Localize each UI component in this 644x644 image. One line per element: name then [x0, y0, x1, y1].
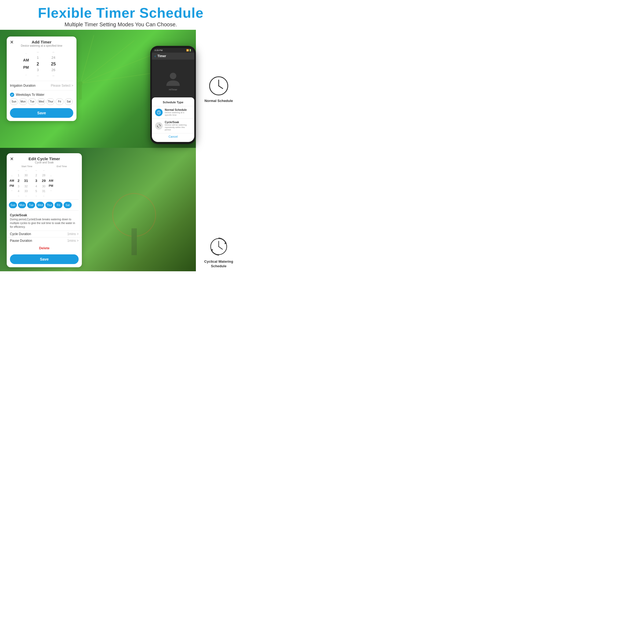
day-wed[interactable]: Wed	[37, 98, 45, 105]
svg-line-2	[81, 35, 94, 83]
normal-schedule-icon	[155, 109, 163, 116]
weekdays-label: Weekdays To Water	[16, 93, 45, 97]
bot-day-thur[interactable]: Thur	[45, 202, 53, 208]
hour-dots2: ··	[37, 73, 39, 79]
bottom-bg-photo: ✕ Edit Cycle Timer Cycle and Soak Start …	[0, 148, 196, 271]
cycle-soak-icon	[155, 122, 163, 130]
bot-day-tue[interactable]: Tue	[27, 202, 35, 208]
cycle-soak-desc: Device will be watering repeatedly withi…	[165, 124, 191, 131]
min-1: 24	[52, 55, 55, 61]
ampm-left-col: ·· AM PM ··	[9, 174, 15, 193]
day-fri[interactable]: Fri	[56, 98, 64, 105]
phone-content-area: HiTimer	[152, 60, 194, 103]
device-label: HiTimer	[169, 88, 177, 91]
normal-clock-icon	[208, 75, 229, 97]
bot-day-wed[interactable]: Wed	[36, 202, 44, 208]
edit-cycle-card: ✕ Edit Cycle Timer Cycle and Soak Start …	[7, 153, 82, 267]
normal-schedule-name: Normal Schedule	[165, 108, 191, 111]
bottom-close-button[interactable]: ✕	[10, 156, 13, 162]
card-header: ✕ Add Timer Device watering at a specifi…	[7, 36, 76, 48]
divider-bottom-2	[10, 210, 79, 211]
hour-1: 1	[37, 55, 39, 61]
days-row: Sun Mon Tue Wed Thur Fri Sat	[10, 98, 73, 105]
delete-button[interactable]: Delete	[7, 244, 82, 252]
cycle-soak-name: Cycle/Soak	[165, 121, 191, 124]
phone-body: 2:23 PM 📶🔋 ‹ Timer	[150, 46, 196, 144]
top-row: ✕ Add Timer Device watering at a specifi…	[0, 30, 241, 148]
popup-cancel[interactable]: Cancel	[152, 133, 194, 140]
check-circle	[10, 93, 14, 97]
min-dots2: ··	[52, 73, 54, 79]
ampm-pm: PM	[23, 64, 29, 71]
bottom-save-button[interactable]: Save	[10, 254, 79, 264]
hour-col-left: ·· 1 2 3 4 ··	[15, 168, 22, 198]
time-picker: ·· AM PM ·· ·· 1 2 3 ·· ·· 24	[7, 48, 76, 80]
hour-col-right: ·· 2 3 4 5 ··	[33, 168, 39, 198]
phone-signal: 📶🔋	[186, 49, 192, 52]
irrigation-label: Irrigation Duration	[10, 84, 35, 87]
svg-line-4	[81, 51, 161, 83]
status-bar: 2:23 PM 📶🔋	[152, 48, 194, 53]
main-title: Flexible Timer Schedule	[3, 5, 239, 21]
divider-2	[10, 90, 73, 90]
phone-time: 2:23 PM	[155, 49, 163, 52]
close-button[interactable]: ✕	[10, 40, 13, 45]
normal-schedule-desc: Device watering at a specific time	[165, 111, 191, 116]
weekdays-section: Weekdays To Water Sun Mon Tue Wed Thur F…	[7, 92, 76, 106]
cycle-duration-value: 1mins >	[67, 232, 79, 236]
main-content: ✕ Add Timer Device watering at a specifi…	[0, 30, 241, 271]
popup-title: Schedule Type	[152, 101, 194, 104]
phone-mockup: 2:23 PM 📶🔋 ‹ Timer	[150, 46, 196, 156]
right-panel-top: Normal Schedule	[196, 30, 241, 148]
hour-3: 3	[37, 67, 39, 73]
ampm-am: AM	[23, 57, 29, 64]
cyclical-clock-icon	[208, 236, 229, 257]
cyclical-schedule-wrap: Cyclical WateringSchedule	[204, 236, 233, 269]
min-dots: ··	[52, 49, 54, 55]
main-subtitle: Multiple Timer Setting Modes You Can Cho…	[3, 21, 239, 28]
bot-day-fri[interactable]: Fri	[54, 202, 63, 208]
cycle-soak-title: Cycle/Soak	[10, 213, 79, 217]
weekdays-check-row: Weekdays To Water	[10, 93, 73, 97]
min-3: 26	[52, 67, 55, 73]
cycle-duration-label: Cycle Duration	[10, 232, 31, 236]
page-header: Flexible Timer Schedule Multiple Timer S…	[0, 0, 241, 30]
bot-day-sun[interactable]: Sun	[9, 202, 17, 208]
pause-duration-label: Pause Duration	[10, 239, 32, 243]
day-mon[interactable]: Mon	[19, 98, 27, 105]
svg-line-11	[159, 112, 160, 113]
ampm-col: ·· AM PM ··	[23, 50, 29, 78]
cycle-soak-section: Cycle/Soak During period,Cycle&Soak brea…	[7, 212, 82, 230]
ampm-right-col: ·· AM PM ··	[48, 174, 54, 193]
bottom-days-section: Sun Mon Tue Wed Thur Fri Sat	[7, 201, 82, 209]
normal-schedule-text: Normal Schedule Device watering at a spe…	[165, 108, 191, 116]
divider-1	[10, 81, 73, 81]
day-sun[interactable]: Sun	[10, 98, 18, 105]
normal-schedule-option[interactable]: Normal Schedule Device watering at a spe…	[152, 106, 194, 118]
pause-duration-row[interactable]: Pause Duration 1mins >	[7, 237, 82, 244]
day-thur[interactable]: Thur	[46, 98, 54, 105]
card-subtitle: Device watering at a specified time	[21, 44, 63, 47]
cycle-soak-text: Cycle/Soak Device will be watering repea…	[165, 121, 191, 131]
bottom-card-title: Edit Cycle Timer	[28, 156, 60, 161]
ampm-dots-top: ··	[25, 50, 27, 56]
min-col-right: ·· 28 29 30 31 ··	[40, 168, 47, 198]
bot-day-sat[interactable]: Sat	[64, 202, 72, 208]
irrigation-value: Please Select >	[51, 84, 73, 87]
day-tue[interactable]: Tue	[28, 98, 36, 105]
time-columns: ·· AM PM ·· ·· 1 2 3 4 ··	[7, 168, 82, 198]
nav-bar: ‹ Timer	[152, 53, 194, 60]
save-button[interactable]: Save	[10, 108, 73, 118]
back-button[interactable]: ‹	[155, 54, 156, 58]
cycle-duration-row[interactable]: Cycle Duration 1mins >	[7, 230, 82, 237]
divider-bottom-1	[10, 199, 79, 200]
bottom-card-subtitle: Cycle and Soak	[28, 161, 60, 164]
irrigation-row[interactable]: Irrigation Duration Please Select >	[7, 82, 76, 89]
day-sat[interactable]: Sat	[65, 98, 73, 105]
ampm-dots-bottom: ··	[25, 72, 27, 78]
start-time-col-label: Start Time	[9, 165, 44, 168]
bot-day-mon[interactable]: Mon	[18, 202, 26, 208]
end-time-col-label: End Time	[44, 165, 79, 168]
cycle-soak-option[interactable]: Cycle/Soak Device will be watering repea…	[152, 118, 194, 133]
svg-rect-16	[131, 228, 137, 255]
